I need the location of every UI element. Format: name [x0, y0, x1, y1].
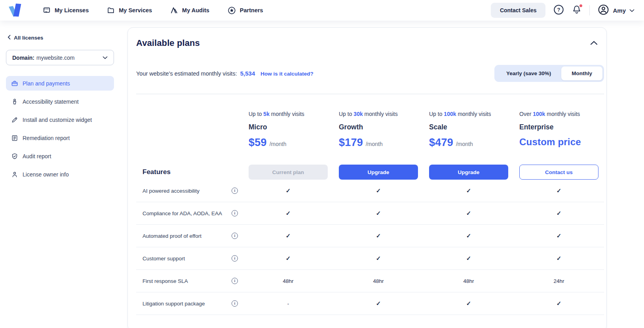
contact-sales-button[interactable]: Contact Sales — [491, 3, 546, 18]
sidebar: All licenses Domain: mywebsite.com Plan … — [0, 21, 127, 328]
plan-name: Growth — [339, 123, 418, 131]
sidebar-item-license-owner-info[interactable]: License owner info — [6, 167, 114, 182]
feature-label: Automated proof of effort — [142, 233, 201, 239]
plan-name: Micro — [249, 123, 328, 131]
plan-cta-row: Features Current plan Upgrade Upgrade Co… — [136, 165, 604, 180]
plan-period: /month — [270, 141, 287, 147]
plan-name: Scale — [429, 123, 508, 131]
visits-value: 5,534 — [240, 70, 255, 77]
feature-value: ✓ — [514, 210, 604, 217]
sidebar-item-remediation-report[interactable]: Remediation report — [6, 131, 114, 145]
feature-value: ✓ — [424, 210, 514, 217]
plan-price: Custom price — [519, 137, 581, 148]
nav-item-my-licenses[interactable]: My Licenses — [43, 6, 89, 14]
nav-label: My Licenses — [55, 7, 89, 13]
info-icon[interactable] — [232, 210, 238, 216]
nav-label: My Audits — [182, 7, 209, 13]
briefcase-icon — [11, 80, 18, 87]
plan-visits-value: 100k — [533, 111, 545, 117]
brand-logo-icon[interactable] — [8, 3, 25, 17]
sidebar-item-label: Install and customize widget — [23, 117, 92, 123]
feature-value: ✓ — [424, 187, 514, 194]
toggle-monthly[interactable]: Monthly — [561, 66, 602, 80]
feature-value: ✓ — [514, 300, 604, 307]
upgrade-growth-button[interactable]: Upgrade — [339, 165, 418, 180]
feature-value: ✓ — [243, 187, 333, 194]
person-icon — [11, 171, 18, 178]
feature-row-customer-support: Customer support ✓ ✓ ✓ ✓ — [136, 247, 604, 270]
feature-row-ai-powered-accessibility: AI powered accessibility ✓ ✓ ✓ ✓ — [136, 180, 604, 202]
available-plans-card: Available plans Your website’s estimated… — [127, 27, 607, 328]
plan-header-scale: Up to 100k monthly visits Scale $479/mon… — [429, 111, 508, 149]
plan-headers: Up to 5k monthly visits Micro $59/month … — [136, 94, 604, 149]
document-icon — [11, 135, 18, 142]
sidebar-item-install-and-customize-widget[interactable]: Install and customize widget — [6, 112, 114, 127]
sidebar-item-plan-and-payments[interactable]: Plan and payments — [6, 76, 114, 91]
feature-row-first-response-sla: First response SLA 48hr 48hr 48hr 24hr — [136, 270, 604, 292]
feature-value: ✓ — [424, 255, 514, 262]
feature-value: ✓ — [514, 232, 604, 239]
feature-value: ✓ — [243, 255, 333, 262]
info-icon[interactable] — [232, 300, 238, 307]
top-nav: My Licenses My Services My Audits Partne… — [0, 0, 644, 21]
sidebar-item-audit-report[interactable]: Audit report — [6, 149, 114, 163]
chevron-down-icon — [629, 7, 635, 14]
how-calculated-link[interactable]: How is it calculated? — [260, 71, 313, 77]
nav-item-my-services[interactable]: My Services — [107, 6, 152, 14]
visits-label: Your website’s estimated monthly visits: — [136, 70, 237, 77]
plan-visits-prefix: Over — [519, 111, 531, 117]
domain-select[interactable]: Domain: mywebsite.com — [6, 50, 114, 65]
estimated-visits-line: Your website’s estimated monthly visits:… — [136, 70, 313, 77]
plan-period: /month — [456, 141, 473, 147]
current-plan-button[interactable]: Current plan — [249, 165, 328, 180]
back-label: All licenses — [14, 35, 43, 41]
plan-header-enterprise: Over 100k monthly visits Enterprise Cust… — [519, 111, 598, 148]
sidebar-item-accessibility-statement[interactable]: Accessibility statement — [6, 94, 114, 109]
feature-label: Litigation support package — [142, 301, 205, 307]
accessibility-icon — [11, 98, 18, 105]
upgrade-scale-button[interactable]: Upgrade — [429, 165, 508, 180]
feature-value: ✓ — [333, 300, 424, 307]
sidebar-item-label: Plan and payments — [23, 80, 70, 87]
help-button[interactable]: ? — [553, 4, 564, 16]
plan-visits-suffix: monthly visits — [545, 111, 580, 117]
info-icon[interactable] — [232, 255, 238, 262]
nav-label: Partners — [240, 7, 263, 13]
feature-value: ✓ — [333, 210, 424, 217]
plan-visits-suffix: monthly visits — [363, 111, 398, 117]
feature-label: First response SLA — [142, 278, 188, 284]
toggle-yearly[interactable]: Yearly (save 30%) — [496, 66, 561, 80]
feature-value: ✓ — [243, 210, 333, 217]
contact-us-button[interactable]: Contact us — [519, 165, 598, 180]
audits-icon — [170, 6, 178, 14]
collapse-section-button[interactable] — [589, 39, 599, 48]
nav-label: My Services — [119, 7, 152, 13]
primary-nav: My Licenses My Services My Audits Partne… — [43, 6, 263, 15]
feature-value: ✓ — [333, 232, 424, 239]
back-to-all-licenses[interactable]: All licenses — [6, 35, 114, 41]
info-icon[interactable] — [232, 188, 238, 194]
pencil-icon — [11, 116, 18, 123]
notifications-button[interactable] — [572, 5, 581, 16]
chevron-down-icon — [103, 56, 108, 59]
services-icon — [107, 6, 115, 14]
avatar-icon — [598, 4, 609, 17]
feature-value: ✓ — [243, 232, 333, 239]
nav-item-my-audits[interactable]: My Audits — [170, 6, 209, 14]
info-icon[interactable] — [232, 233, 238, 239]
plan-visits-suffix: monthly visits — [456, 111, 491, 117]
plan-visits-suffix: monthly visits — [270, 111, 304, 117]
sidebar-menu: Plan and payments Accessibility statemen… — [6, 76, 114, 182]
info-icon[interactable] — [232, 278, 238, 284]
nav-item-partners[interactable]: Partners — [228, 6, 263, 15]
divider — [589, 5, 590, 15]
notification-dot — [579, 4, 583, 8]
plan-name: Enterprise — [519, 123, 598, 131]
chevron-up-icon — [590, 41, 598, 45]
feature-label: Customer support — [142, 256, 185, 262]
sidebar-item-label: Accessibility statement — [23, 99, 79, 105]
user-menu[interactable]: Amy — [598, 4, 635, 17]
main-content: Available plans Your website’s estimated… — [127, 21, 644, 328]
feature-label: Compliance for ADA, AODA, EAA — [142, 210, 222, 216]
plan-period: /month — [366, 141, 383, 147]
